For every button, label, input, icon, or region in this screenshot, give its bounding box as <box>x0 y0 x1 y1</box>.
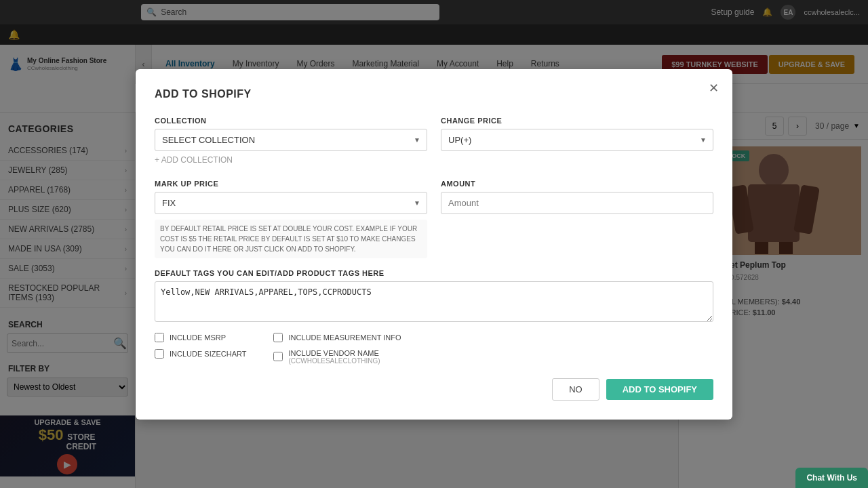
add-collection-link[interactable]: + ADD COLLECTION <box>155 151 427 169</box>
include-sizechart-label: INCLUDE SIZECHART <box>170 350 246 358</box>
include-msrp-item: INCLUDE MSRP <box>155 333 246 342</box>
markup-select-wrapper: FIX <box>155 192 427 214</box>
modal-close-button[interactable]: ✕ <box>705 80 722 96</box>
add-to-shopify-button[interactable]: ADD TO SHOPIFY <box>606 379 713 400</box>
checkbox-row: INCLUDE MSRP INCLUDE SIZECHART INCLUDE M… <box>155 333 713 365</box>
vendor-name: (CCWHOLESALECLOTHING) <box>288 357 380 365</box>
include-vendor-checkbox[interactable] <box>273 352 283 361</box>
modal-markup-row: MARK UP PRICE FIX BY DEFAULT RETAIL PRIC… <box>155 180 713 258</box>
collection-label: COLLECTION <box>155 117 427 125</box>
modal-overlay[interactable]: ✕ ADD TO SHOPIFY COLLECTION SELECT COLLE… <box>0 0 868 488</box>
modal-collection-col: COLLECTION SELECT COLLECTION + ADD COLLE… <box>155 117 427 169</box>
markup-select[interactable]: FIX <box>155 192 427 214</box>
include-vendor-item: INCLUDE VENDOR NAME (CCWHOLESALECLOTHING… <box>273 349 401 365</box>
include-vendor-label: INCLUDE VENDOR NAME <box>288 349 378 357</box>
change-price-label: CHANGE PRICE <box>441 117 713 125</box>
include-msrp-label: INCLUDE MSRP <box>170 333 226 342</box>
modal-amount-col: AMOUNT <box>441 180 713 258</box>
change-price-select[interactable]: UP(+) <box>441 129 713 151</box>
add-to-shopify-modal: ✕ ADD TO SHOPIFY COLLECTION SELECT COLLE… <box>136 69 732 420</box>
include-measurement-item: INCLUDE MEASUREMENT INFO <box>273 333 401 342</box>
collection-select[interactable]: SELECT COLLECTION <box>155 129 427 151</box>
include-measurement-checkbox[interactable] <box>273 333 283 342</box>
checkbox-col-left: INCLUDE MSRP INCLUDE SIZECHART <box>155 333 246 365</box>
modal-markup-col: MARK UP PRICE FIX BY DEFAULT RETAIL PRIC… <box>155 180 427 258</box>
amount-label: AMOUNT <box>441 180 713 188</box>
include-msrp-checkbox[interactable] <box>155 333 164 342</box>
no-button[interactable]: NO <box>552 378 599 401</box>
collection-select-wrapper: SELECT COLLECTION <box>155 129 427 151</box>
include-sizechart-checkbox[interactable] <box>155 349 164 359</box>
include-sizechart-item: INCLUDE SIZECHART <box>155 349 246 359</box>
markup-label: MARK UP PRICE <box>155 180 427 188</box>
include-measurement-label: INCLUDE MEASUREMENT INFO <box>288 333 401 342</box>
tags-label: DEFAULT TAGS YOU CAN EDIT/ADD PRODUCT TA… <box>155 269 713 277</box>
change-price-select-wrapper: UP(+) <box>441 129 713 151</box>
checkbox-col-right: INCLUDE MEASUREMENT INFO INCLUDE VENDOR … <box>273 333 401 365</box>
tags-textarea[interactable]: Yellow,NEW ARRIVALS,APPAREL,TOPS,CCPRODU… <box>155 281 713 322</box>
tags-section: DEFAULT TAGS YOU CAN EDIT/ADD PRODUCT TA… <box>155 269 713 325</box>
modal-footer: NO ADD TO SHOPIFY <box>155 378 713 401</box>
modal-top-row: COLLECTION SELECT COLLECTION + ADD COLLE… <box>155 117 713 169</box>
modal-title: ADD TO SHOPIFY <box>155 88 713 100</box>
amount-input[interactable] <box>441 192 713 214</box>
markup-info: BY DEFAULT RETAIL PRICE IS SET AT DOUBLE… <box>155 220 427 258</box>
modal-change-price-col: CHANGE PRICE UP(+) <box>441 117 713 169</box>
chat-widget[interactable]: Chat With Us <box>795 468 868 488</box>
